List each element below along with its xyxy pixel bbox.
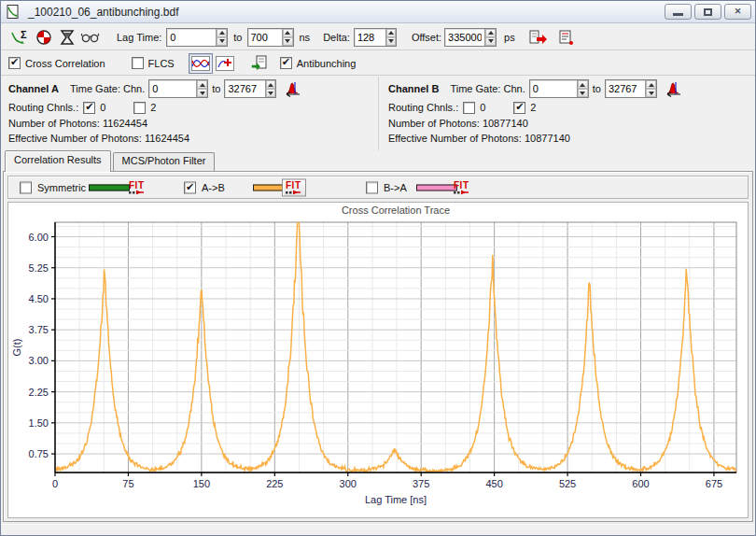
channel-b-effective-photons: Effective Number of Photons: 10877140: [388, 131, 755, 146]
lag-from-input[interactable]: [167, 29, 216, 46]
flcs-option[interactable]: FLCS: [132, 57, 175, 69]
y-tick-label: 5.25: [29, 262, 49, 274]
channel-b-gate-to-up[interactable]: [646, 80, 656, 89]
offset-up-button[interactable]: [485, 29, 496, 37]
ab-fit-label: FIT: [286, 180, 301, 190]
antibunching-option[interactable]: Antibunching: [280, 57, 357, 69]
copy-results-icon[interactable]: [249, 54, 270, 73]
channel-b-gate-to-input[interactable]: [606, 80, 645, 97]
lag-from-down-button[interactable]: [217, 37, 227, 46]
lag-to-input[interactable]: [248, 29, 283, 46]
channel-a-timegate-icon[interactable]: [282, 79, 302, 98]
minimize-button[interactable]: [665, 4, 692, 20]
delta-input[interactable]: [355, 29, 385, 46]
symmetric-color-swatch: [89, 184, 130, 190]
channel-b-panel: Channel B Time Gate: Chn. to: [378, 77, 755, 150]
lag-to-down-button[interactable]: [283, 37, 292, 46]
channel-a-routing-0[interactable]: 0: [83, 102, 105, 114]
time-clock-icon[interactable]: [34, 28, 54, 47]
channel-a-gate-to-up[interactable]: [266, 80, 276, 89]
ba-checkbox[interactable]: [366, 181, 378, 193]
offset-down-button[interactable]: [485, 37, 496, 46]
cross-correlation-option[interactable]: Cross Correlation: [8, 57, 105, 69]
channel-a-routing-2[interactable]: 2: [133, 102, 156, 114]
channel-a-panel: Channel A Time Gate: Chn. to: [1, 77, 378, 150]
channel-a-gate-from-up[interactable]: [197, 80, 207, 89]
channel-a-routing-label: Routing Chnls.:: [8, 102, 78, 113]
channel-b-gate-to-spinner: [605, 79, 657, 98]
lag-to-up-button[interactable]: [283, 29, 292, 37]
ba-fit-button[interactable]: FIT: [454, 180, 470, 194]
y-tick-label: 4.50: [29, 293, 49, 304]
offset-label: Offset:: [412, 32, 441, 43]
ab-checkbox[interactable]: [184, 181, 196, 193]
correlate-icon[interactable]: Σ: [10, 28, 31, 47]
channel-a-photons: Number of Photons: 11624454: [8, 116, 378, 131]
channel-b-timegate-label: Time Gate: Chn.: [450, 83, 525, 94]
ba-fit-label: FIT: [454, 180, 469, 190]
channel-a-routing-2-label: 2: [150, 102, 156, 113]
channel-a-gate-to-label: to: [212, 83, 220, 94]
lag-time-label: Lag Time:: [117, 32, 161, 43]
channel-b-gate-to-down[interactable]: [646, 89, 656, 97]
delta-label: Delta:: [323, 32, 350, 43]
flcs-fit-button[interactable]: [213, 53, 237, 74]
correlation-curve-A->B: [55, 205, 735, 473]
y-tick-label: 6.00: [29, 232, 49, 243]
channel-b-photons: Number of Photons: 10877140: [388, 116, 755, 131]
curve-legend-strip: Symmetric FIT A->B FIT B->A FIT: [7, 176, 749, 199]
y-tick-label: 1.50: [29, 417, 49, 429]
restore-button[interactable]: [694, 4, 721, 20]
symmetric-fit-button[interactable]: FIT: [129, 180, 146, 194]
delta-down-button[interactable]: [386, 37, 396, 46]
channel-a-routing-0-checkbox[interactable]: [83, 102, 95, 114]
channel-b-routing-2-checkbox[interactable]: [513, 102, 525, 114]
channel-b-gate-from-down[interactable]: [578, 89, 588, 97]
channel-b-routing-0[interactable]: 0: [463, 102, 485, 114]
correlation-results-panel: Symmetric FIT A->B FIT B->A FIT Cros: [3, 171, 753, 522]
report-icon[interactable]: [556, 28, 577, 47]
lag-to-spinner: [247, 28, 294, 47]
cross-correlation-chart[interactable]: Cross Correlation Trace0.751.502.253.003…: [7, 202, 749, 518]
tab-correlation-results[interactable]: Correlation Results: [5, 150, 111, 172]
channel-b-timegate-icon[interactable]: [663, 79, 683, 98]
channel-b-routing-2[interactable]: 2: [513, 102, 536, 114]
flcs-curves-button[interactable]: [189, 53, 213, 74]
channel-a-gate-to-down[interactable]: [266, 89, 276, 97]
ba-color-swatch: [416, 184, 457, 190]
export-arrow-icon[interactable]: [528, 28, 549, 47]
channel-a-gate-from-input[interactable]: [149, 80, 196, 97]
ba-label: B->A: [384, 182, 407, 193]
offset-input[interactable]: [445, 29, 484, 46]
ab-fit-button[interactable]: FIT: [282, 178, 306, 196]
delta-up-button[interactable]: [386, 29, 396, 37]
chart-svg[interactable]: Cross Correlation Trace0.751.502.253.003…: [8, 203, 749, 516]
y-tick-label: 2.25: [29, 387, 49, 398]
cross-correlation-label: Cross Correlation: [25, 58, 105, 69]
symmetric-checkbox[interactable]: [20, 181, 32, 193]
x-tick-label: 525: [559, 478, 576, 489]
flcs-checkbox[interactable]: [132, 57, 144, 69]
lag-to-label: to: [233, 32, 242, 43]
channel-b-gate-from-input[interactable]: [530, 80, 577, 97]
ps-unit-label: ps: [504, 32, 515, 43]
hourglass-icon[interactable]: [57, 28, 77, 47]
channel-a-gate-to-input[interactable]: [225, 80, 264, 97]
symmetric-fit-label: FIT: [129, 180, 145, 190]
close-button[interactable]: ✕: [724, 4, 751, 20]
antibunching-checkbox[interactable]: [280, 57, 292, 69]
channel-a-routing-2-checkbox[interactable]: [133, 102, 146, 114]
ns-unit-label: ns: [300, 32, 311, 43]
application-window: _100210_06_antibunching.bdf ✕ Σ: [0, 0, 756, 536]
tab-mcs-photon-filter[interactable]: MCS/Photon Filter: [113, 152, 216, 172]
channel-b-gate-from-up[interactable]: [578, 80, 588, 89]
x-axis-label: Lag Time [ns]: [365, 494, 427, 505]
channel-b-routing-0-checkbox[interactable]: [463, 102, 475, 114]
cross-correlation-checkbox[interactable]: [8, 57, 21, 69]
channel-a-gate-from-down[interactable]: [197, 89, 207, 97]
y-tick-label: 3.00: [29, 355, 49, 366]
titlebar[interactable]: _100210_06_antibunching.bdf ✕: [1, 1, 755, 23]
x-tick-label: 675: [706, 478, 722, 489]
lag-from-up-button[interactable]: [217, 29, 227, 37]
view-glasses-icon[interactable]: [80, 28, 101, 47]
